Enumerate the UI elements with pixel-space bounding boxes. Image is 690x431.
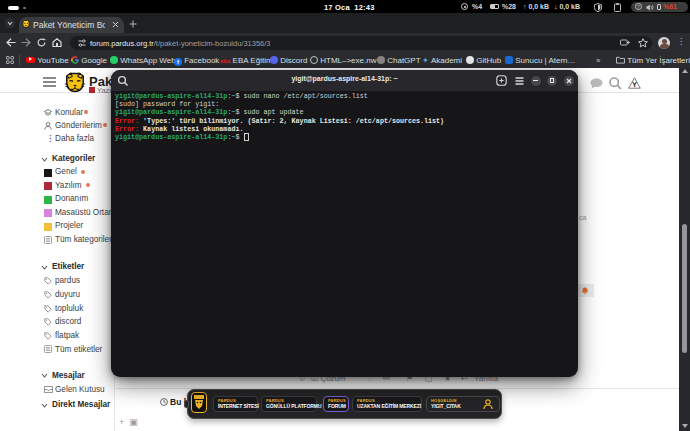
svg-text:Y: Y bbox=[632, 81, 637, 88]
